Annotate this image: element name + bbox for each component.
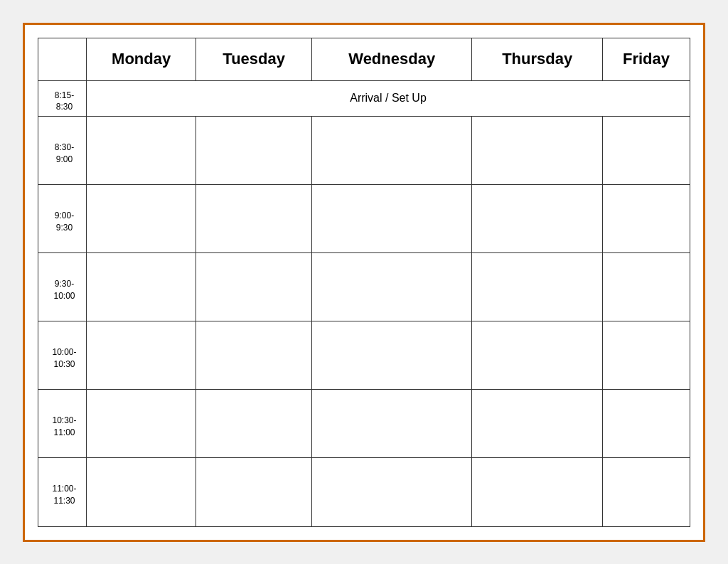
header-time [38,38,87,80]
header-thursday: Thursday [472,38,603,80]
slot-wed-4 [311,390,471,458]
time-row-4: 10:30- 11:00 [38,390,690,458]
slot-tue-5 [196,458,312,526]
slot-wed-2 [311,253,471,321]
header-wednesday: Wednesday [311,38,471,80]
header-tuesday: Tuesday [196,38,312,80]
slot-fri-3 [602,321,690,390]
slot-fri-4 [602,390,690,458]
slot-thu-2 [472,253,603,321]
slot-mon-1 [87,185,196,253]
slot-tue-1 [196,185,312,253]
slot-fri-1 [602,185,690,253]
slot-thu-5 [472,458,603,526]
slot-tue-3 [196,321,312,390]
slot-mon-2 [87,253,196,321]
arrival-cell: Arrival / Set Up [87,80,690,117]
slot-mon-0 [87,117,196,185]
time-label-2: 9:30- 10:00 [38,253,87,321]
header-monday: Monday [87,38,196,80]
time-label-3: 10:00- 10:30 [38,321,87,390]
time-label-5: 11:00- 11:30 [38,458,87,526]
slot-tue-4 [196,390,312,458]
time-row-0: 8:30- 9:00 [38,117,690,185]
time-row-1: 9:00- 9:30 [38,185,690,253]
arrival-time: 8:15- 8:30 [38,80,87,117]
page-wrapper: Monday Tuesday Wednesday Thursday Friday… [23,23,705,542]
slot-thu-4 [472,390,603,458]
slot-mon-4 [87,390,196,458]
slot-thu-1 [472,185,603,253]
slot-mon-5 [87,458,196,526]
slot-wed-3 [311,321,471,390]
time-row-2: 9:30- 10:00 [38,253,690,321]
slot-mon-3 [87,321,196,390]
time-row-3: 10:00- 10:30 [38,321,690,390]
slot-fri-5 [602,458,690,526]
slot-thu-0 [472,117,603,185]
schedule-table: Monday Tuesday Wednesday Thursday Friday… [38,38,690,527]
header-friday: Friday [602,38,690,80]
slot-tue-2 [196,253,312,321]
time-row-5: 11:00- 11:30 [38,458,690,526]
slot-fri-2 [602,253,690,321]
arrival-row: 8:15- 8:30 Arrival / Set Up [38,80,690,117]
slot-wed-5 [311,458,471,526]
slot-thu-3 [472,321,603,390]
slot-tue-0 [196,117,312,185]
time-label-0: 8:30- 9:00 [38,117,87,185]
slot-fri-0 [602,117,690,185]
slot-wed-0 [311,117,471,185]
time-label-4: 10:30- 11:00 [38,390,87,458]
slot-wed-1 [311,185,471,253]
time-label-1: 9:00- 9:30 [38,185,87,253]
